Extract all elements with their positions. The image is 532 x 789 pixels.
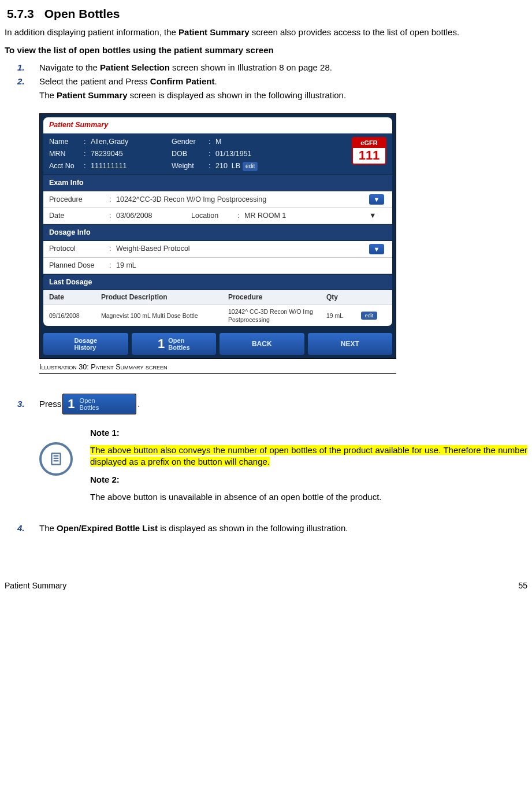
last-dosage-header: Last Dosage <box>43 274 392 291</box>
intro-paragraph: In addition displaying patient informati… <box>5 27 527 38</box>
edit-dosage-button[interactable]: edit <box>361 312 377 320</box>
footer-left: Patient Summary <box>5 580 66 591</box>
protocol-dropdown[interactable]: ▼ <box>369 244 384 254</box>
dosage-history-button[interactable]: DosageHistory <box>43 333 128 355</box>
note-2-heading: Note 2: <box>90 474 527 486</box>
section-number: 5.7.3 <box>7 7 34 20</box>
patient-summary-screenshot: Patient Summary Name:Allen,Grady Gender:… <box>39 113 396 359</box>
edit-weight-button[interactable]: edit <box>243 162 258 171</box>
note-block: Note 1: The above button also conveys th… <box>39 425 527 509</box>
step-2: 2. Select the patient and Press Confirm … <box>5 76 527 87</box>
egfr-badge: eGFR 111 <box>352 137 386 165</box>
step-1: 1. Navigate to the Patient Selection scr… <box>5 62 527 73</box>
section-heading: 5.7.3Open Bottles <box>7 6 527 22</box>
footer-page-number: 55 <box>518 580 527 591</box>
back-button[interactable]: BACK <box>220 333 304 355</box>
last-dosage-table-header: Date Product Description Procedure Qty <box>43 290 392 305</box>
step-3: 3. Press 1 OpenBottles . <box>5 394 527 414</box>
note-1-heading: Note 1: <box>90 427 527 439</box>
note-icon <box>39 442 73 476</box>
card-title: Patient Summary <box>43 117 392 134</box>
action-bar: DosageHistory 1 OpenBottles BACK NEXT <box>40 329 396 358</box>
note-2-text: The above button is unavailable in absen… <box>90 491 527 503</box>
demographics-section: Name:Allen,Grady Gender:M MRN:78239045 D… <box>43 134 392 175</box>
protocol-row: Protocol:Weight-Based Protocol ▼ <box>43 241 392 258</box>
planned-dose-row: Planned Dose:19 mL <box>43 258 392 274</box>
open-bottles-inline-button[interactable]: 1 OpenBottles <box>62 394 136 414</box>
exam-info-header: Exam Info <box>43 175 392 191</box>
procedure-row: Procedure:10242^CC-3D Recon W/O Img Post… <box>43 191 392 208</box>
open-bottles-button[interactable]: 1 OpenBottles <box>132 333 217 355</box>
illustration-caption: Illustration 30: Patient Summary screen <box>39 362 396 374</box>
step-4: 4. The Open/Expired Bottle List is displ… <box>5 523 527 534</box>
last-dosage-table-row: 09/16/2008 Magnevist 100 mL Multi Dose B… <box>43 305 392 326</box>
next-button[interactable]: NEXT <box>308 333 393 355</box>
procedure-dropdown[interactable]: ▼ <box>369 194 384 205</box>
note-1-text: The above button also conveys the number… <box>90 444 527 468</box>
procedure-heading: To view the list of open bottles using t… <box>5 45 527 56</box>
section-title: Open Bottles <box>44 7 120 20</box>
location-dropdown[interactable]: ▼ <box>369 211 386 221</box>
dosage-info-header: Dosage Info <box>43 224 392 241</box>
page-footer: Patient Summary 55 <box>5 580 527 591</box>
step-2-result: The Patient Summary screen is displayed … <box>39 90 527 101</box>
exam-date-row: Date:03/06/2008 Location:MR ROOM 1 ▼ <box>43 208 392 224</box>
